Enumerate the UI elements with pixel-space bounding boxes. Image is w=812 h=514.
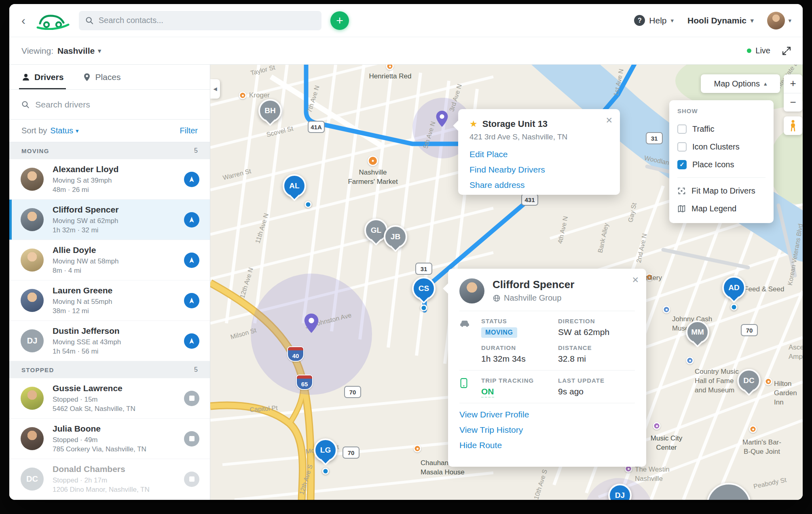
map-canvas[interactable]: Taylor St 7th Ave N Scovel St Warren St … [210,65,803,500]
driver-row[interactable]: DJ Dustin Jefferson Moving SSE at 43mph … [9,321,210,361]
back-button[interactable]: ‹ [15,12,32,29]
help-label: Help [649,16,666,25]
driver-row[interactable]: Julia Boone Stopped · 49m 785 Corkery Vi… [9,419,210,459]
find-nearby-drivers-link[interactable]: Find Nearby Drivers [469,165,609,175]
driver-marker[interactable]: AD [722,276,746,299]
poi-icon[interactable] [663,306,670,314]
poi-label: Country Music Hall of Fame and Museum [695,367,739,395]
marker-initials: CS [419,284,429,293]
tab-places[interactable]: Places [83,65,121,89]
sidebar-tabs: Drivers Places [9,65,210,90]
checkbox-icon[interactable] [677,124,687,134]
driver-marker[interactable]: BH [258,99,282,122]
driver-row[interactable]: DC Donald Chambers Stopped · 2h 17m 1206… [9,459,210,499]
avatar [21,168,44,191]
driver-marker[interactable]: LG [314,438,337,462]
share-address-link[interactable]: Share address [469,180,609,190]
fit-map-to-drivers[interactable]: Fit Map to Drivers [677,182,765,200]
close-icon[interactable]: ✕ [632,275,639,285]
distance-label: DISTANCE [558,344,635,351]
map-options-label: Map Options [714,79,760,88]
driver-row[interactable]: Gussie Lawrence Stopped · 15m 5462 Oak S… [9,378,210,419]
gps-dot [731,304,738,311]
collapse-icon: ◀ [213,86,217,92]
driver-name: Donald Chambers [53,464,150,474]
map-legend[interactable]: Map Legend [677,200,765,217]
driver-name: Gussie Lawrence [53,383,135,393]
driver-marker[interactable]: AL [283,174,306,198]
section-header-moving: MOVING 5 [9,142,210,159]
view-trip-history-link[interactable]: View Trip History [459,425,635,435]
avatar [21,289,44,312]
toggle-icon-clusters[interactable]: Icon Clusters [677,138,765,156]
toggle-label: Place Icons [692,160,734,169]
route-shield: 70 [344,386,361,398]
chevron-down-icon: ▾ [751,17,754,24]
marker-initials: MM [691,328,704,337]
trip-tracking-value: ON [481,387,494,398]
live-label: Live [755,46,770,55]
help-menu[interactable]: ? Help ▾ [634,15,674,26]
place-pin[interactable] [304,314,319,335]
poi-label: Hilton Garden Inn [774,379,803,407]
poi-icon[interactable] [653,422,661,430]
chevron-up-icon: ▴ [764,80,767,87]
filter-button[interactable]: Filter [180,126,198,135]
map-options-button[interactable]: Map Options ▴ [701,74,780,93]
trip-tracking-label: TRIP TRACKING [481,377,558,384]
view-driver-profile-link[interactable]: View Driver Profile [459,410,635,419]
drivers-search-input[interactable] [35,100,198,110]
place-pin[interactable] [436,111,448,128]
drivers-search[interactable] [9,90,210,120]
toggle-traffic[interactable]: Traffic [677,120,765,138]
contacts-search-input[interactable] [99,16,315,25]
map-legend-icon [677,204,686,213]
sidebar-collapse-button[interactable]: ◀ [210,79,220,99]
toggle-place-icons[interactable]: ✓ Place Icons [677,156,765,173]
poi-icon[interactable] [368,156,378,166]
app-logo[interactable] [36,11,70,30]
region-selector[interactable]: Nashville ▾ [57,46,101,56]
hide-route-link[interactable]: Hide Route [459,440,635,450]
poi-icon[interactable] [765,378,772,386]
zoom-in-button[interactable]: + [784,74,802,93]
marker-initials: JB [391,232,400,241]
contacts-search[interactable] [79,11,321,30]
close-icon[interactable]: ✕ [605,116,613,125]
driver-trip-line: 38m · 12 mi [53,306,112,316]
fullscreen-icon[interactable] [782,46,791,56]
driver-group: Nashville Group [504,293,561,303]
tab-drivers[interactable]: Drivers [21,65,63,89]
checkbox-checked-icon[interactable]: ✓ [677,160,687,169]
top-bar: ‹ + ? Help ▾ Hooli Dynamic [9,4,803,37]
last-update-value: 9s ago [558,387,635,396]
edit-place-link[interactable]: Edit Place [469,150,609,159]
poi-icon[interactable] [414,445,421,453]
driver-marker[interactable]: MM [686,320,709,344]
street-view-pegman[interactable] [784,116,802,135]
last-update-label: LAST UPDATE [558,377,635,384]
star-icon: ★ [469,119,478,129]
show-label: SHOW [677,107,765,114]
driver-marker[interactable]: DC [737,369,761,392]
driver-row-selected[interactable]: Clifford Spencer Moving SW at 62mph 1h 3… [9,200,210,240]
moving-arrow-icon [184,333,199,349]
poi-icon[interactable] [749,426,757,433]
divider [677,177,765,178]
marker-initials: LG [320,446,331,455]
poi-icon[interactable] [686,357,694,364]
search-icon [21,100,30,109]
sort-selector[interactable]: Status ▾ [50,126,78,135]
driver-row[interactable]: Allie Doyle Moving NW at 58mph 8m · 4 mi [9,240,210,280]
zoom-out-button[interactable]: − [784,93,802,112]
driver-row[interactable]: Lauren Greene Moving N at 55mph 38m · 12… [9,280,210,321]
org-menu[interactable]: Hooli Dynamic ▾ [687,16,753,25]
poi-icon[interactable] [239,92,247,99]
driver-row[interactable]: Alexander Lloyd Moving S at 39mph 48m · … [9,159,210,200]
checkbox-icon[interactable] [677,142,687,152]
user-menu[interactable]: ▾ [767,12,791,29]
driver-marker-selected[interactable]: CS [412,277,436,300]
chevron-down-icon: ▾ [788,17,791,24]
add-button[interactable]: + [330,11,349,30]
driver-marker[interactable]: JB [384,225,407,249]
